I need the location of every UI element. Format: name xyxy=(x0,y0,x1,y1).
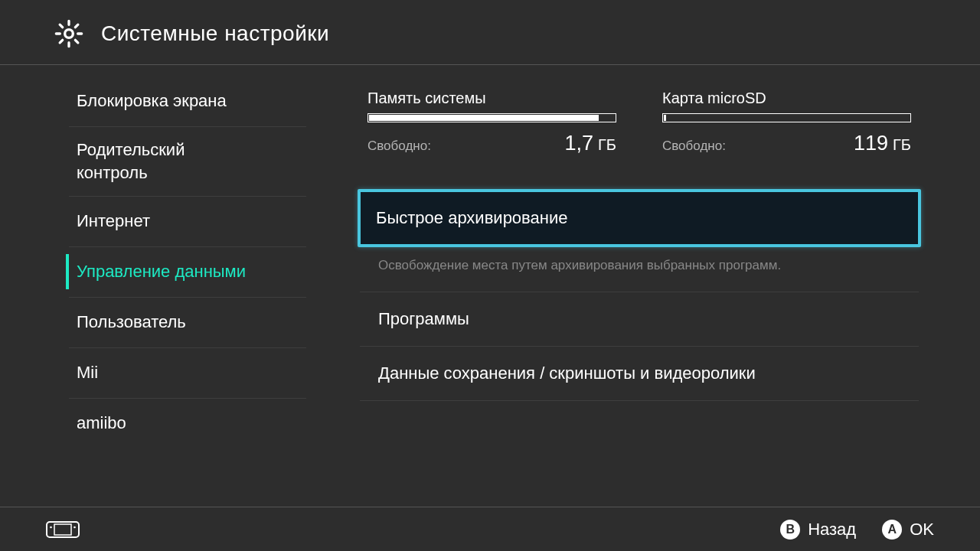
option-save-data[interactable]: Данные сохранения / скриншоты и видеорол… xyxy=(360,347,919,401)
storage-row: Память системы Свободно: 1,7ГБ Карта mic… xyxy=(360,90,919,155)
storage-system-title: Память системы xyxy=(368,90,616,107)
storage-system: Память системы Свободно: 1,7ГБ xyxy=(368,90,616,155)
storage-system-bar-fill xyxy=(369,115,599,121)
hint-ok-label: OK xyxy=(910,520,934,540)
option-label: Быстрое архивирование xyxy=(376,208,567,227)
page-title: Системные настройки xyxy=(101,21,329,46)
hint-ok[interactable]: A OK xyxy=(882,520,934,540)
header: Системные настройки xyxy=(0,0,980,65)
storage-sd-title: Карта microSD xyxy=(662,90,911,107)
storage-free-label: Свободно: xyxy=(368,139,431,154)
sidebar-item-user[interactable]: Пользователь xyxy=(0,297,329,347)
sidebar-item-amiibo[interactable]: amiibo xyxy=(0,398,329,448)
sidebar-item-label: amiibo xyxy=(77,413,126,432)
sidebar-item-data-management[interactable]: Управление данными xyxy=(0,246,329,297)
svg-rect-2 xyxy=(54,524,71,535)
hint-back[interactable]: B Назад xyxy=(780,520,856,540)
sidebar-item-label: Родительский xyxy=(77,140,185,159)
footer: B Назад A OK xyxy=(0,507,980,551)
sidebar-item-label: Блокировка экрана xyxy=(77,91,227,110)
hint-back-label: Назад xyxy=(808,520,856,540)
gear-icon xyxy=(54,18,84,49)
svg-point-4 xyxy=(74,526,76,528)
storage-system-free-value: 1,7ГБ xyxy=(564,132,616,155)
option-label: Программы xyxy=(378,309,469,328)
sidebar-item-label: Пользователь xyxy=(77,312,186,331)
sidebar: Блокировка экрана Родительский контроль … xyxy=(0,65,329,507)
storage-sd: Карта microSD Свободно: 119ГБ xyxy=(662,90,911,155)
storage-free-label: Свободно: xyxy=(662,139,726,154)
option-software[interactable]: Программы xyxy=(360,292,919,347)
storage-sd-bar xyxy=(662,113,911,122)
main-panel: Память системы Свободно: 1,7ГБ Карта mic… xyxy=(329,65,980,507)
console-icon xyxy=(46,521,80,538)
a-button-icon: A xyxy=(882,520,902,540)
b-button-icon: B xyxy=(780,520,800,540)
sidebar-item-internet[interactable]: Интернет xyxy=(0,196,329,246)
option-quick-archive-desc: Освобождение места путем архивирования в… xyxy=(360,247,919,292)
sidebar-item-label: Интернет xyxy=(77,211,150,230)
sidebar-item-label: Mii xyxy=(77,363,98,382)
storage-sd-bar-fill xyxy=(664,115,666,121)
storage-system-bar xyxy=(368,113,616,122)
option-quick-archive[interactable]: Быстрое архивирование xyxy=(358,189,921,247)
svg-point-3 xyxy=(50,526,52,528)
sidebar-item-screen-lock[interactable]: Блокировка экрана xyxy=(0,76,329,126)
options-list: Быстрое архивирование Освобождение места… xyxy=(360,189,919,401)
sidebar-item-label: контроль xyxy=(77,163,148,182)
svg-point-0 xyxy=(65,30,74,38)
sidebar-item-mii[interactable]: Mii xyxy=(0,347,329,398)
option-label: Данные сохранения / скриншоты и видеорол… xyxy=(378,364,756,383)
sidebar-item-parental[interactable]: Родительский контроль xyxy=(0,126,329,196)
storage-sd-free-value: 119ГБ xyxy=(854,132,911,155)
sidebar-item-label: Управление данными xyxy=(77,262,246,281)
